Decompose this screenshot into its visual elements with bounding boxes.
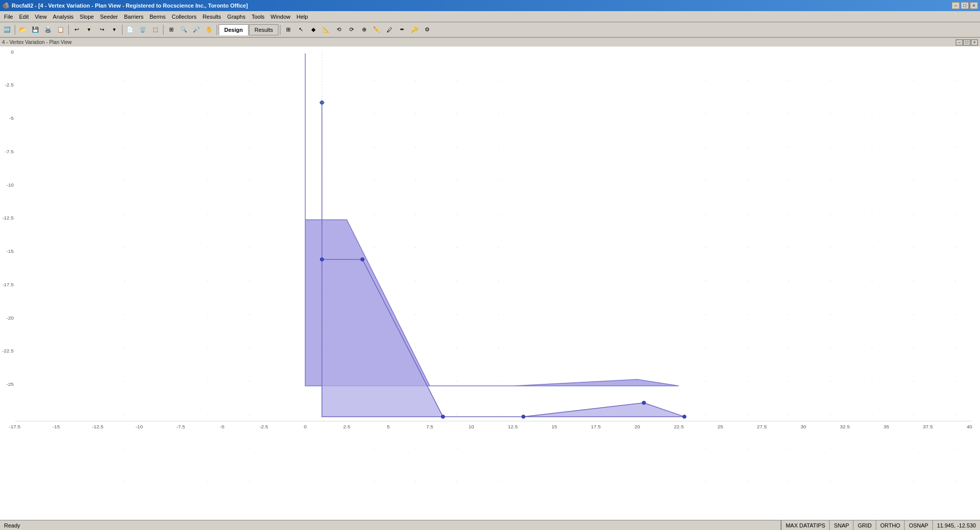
export-button[interactable]: 📋 [55,24,67,36]
svg-text:32.5: 32.5 [840,424,850,430]
menu-help[interactable]: Help [294,13,311,21]
tool7[interactable]: ⊕ [358,24,370,36]
svg-text:-2.5: -2.5 [5,82,14,88]
title-controls[interactable]: – □ × [952,2,978,9]
svg-text:-10: -10 [136,424,143,430]
svg-text:27.5: 27.5 [757,424,767,430]
svg-text:10: 10 [468,424,474,430]
menu-bar: File Edit View Analysis Slope Seeder Bar… [0,11,980,22]
title-text: Rocfall2 - [4 - Vertex Variation - Plan … [12,3,248,9]
zoom-in-button[interactable]: 🔍 [178,24,190,36]
grid-tool[interactable]: ⊞ [282,24,294,36]
status-ortho[interactable]: ORTHO [876,520,905,531]
select-button[interactable]: ⬚ [149,24,161,36]
menu-window[interactable]: Window [268,13,294,21]
svg-text:-17.5: -17.5 [2,282,14,287]
print-button[interactable]: 🖨️ [42,24,54,36]
svg-text:-12.5: -12.5 [92,424,104,430]
status-osnap[interactable]: OSNAP [904,520,932,531]
delete-button[interactable]: 🗑️ [137,24,149,36]
redo-button[interactable]: ↪ [96,24,108,36]
svg-text:35: 35 [883,424,889,430]
tab-design[interactable]: Design [219,24,249,35]
svg-text:-12.5: -12.5 [2,215,14,221]
cursor-tool[interactable]: ↖ [295,24,307,36]
svg-text:-15: -15 [7,248,14,254]
status-max-datatips[interactable]: MAX DATATIPS [781,520,829,531]
status-snap[interactable]: SNAP [829,520,853,531]
inner-title-bar: 4 - Vertex Variation - Plan View – □ × [0,37,980,47]
svg-text:25: 25 [717,424,723,430]
tool8[interactable]: ✏️ [371,24,383,36]
tab-results[interactable]: Results [249,24,279,35]
chart-svg: dots 0 -2.5 -5 -7.5 -10 [0,47,980,520]
svg-text:-25: -25 [7,381,14,387]
svg-text:0: 0 [11,49,14,55]
inner-maximize[interactable]: □ [963,39,970,46]
svg-text:-17.5: -17.5 [9,424,21,430]
vertex-tool[interactable]: ◆ [307,24,319,36]
svg-point-40 [361,257,364,261]
svg-point-42 [522,415,525,418]
tool11[interactable]: 🔑 [409,24,421,36]
inner-minimize[interactable]: – [956,39,963,46]
copy-button[interactable]: 📄 [124,24,136,36]
menu-barriers[interactable]: Barriers [121,13,147,21]
zoom-out-button[interactable]: 🔎 [190,24,202,36]
close-button[interactable]: × [970,2,978,9]
svg-text:-2.5: -2.5 [259,424,268,430]
svg-text:-5: -5 [220,424,225,430]
status-coordinates: 11.945, -12.530 [932,520,980,531]
svg-text:-20: -20 [7,315,14,321]
svg-text:22.5: 22.5 [674,424,684,430]
svg-text:40: 40 [966,424,972,430]
slope-tool[interactable]: 📐 [320,24,332,36]
svg-point-41 [441,415,445,418]
redo-drop-button[interactable]: ▾ [108,24,120,36]
menu-file[interactable]: File [1,13,16,21]
menu-results[interactable]: Results [199,13,224,21]
svg-text:37.5: 37.5 [923,424,933,430]
menu-edit[interactable]: Edit [16,13,32,21]
tool5[interactable]: ⟲ [333,24,345,36]
undo-drop-button[interactable]: ▾ [83,24,95,36]
maximize-button[interactable]: □ [961,2,969,9]
chart-container[interactable]: dots 0 -2.5 -5 -7.5 -10 [0,47,980,520]
chart-area: 4 - Vertex Variation - Plan View – □ × d… [0,37,980,520]
svg-text:-22.5: -22.5 [2,348,14,354]
svg-text:20: 20 [634,424,640,430]
svg-text:2.5: 2.5 [343,424,350,430]
inner-close[interactable]: × [971,39,978,46]
svg-text:12.5: 12.5 [508,424,518,430]
new-button[interactable]: 🆕 [1,24,13,36]
tool9[interactable]: 🖊 [383,24,395,36]
inner-controls[interactable]: – □ × [956,39,978,46]
tool10[interactable]: ✒ [396,24,408,36]
svg-text:-7.5: -7.5 [176,424,185,430]
pan-button[interactable]: ✋ [203,24,215,36]
menu-tools[interactable]: Tools [249,13,268,21]
toolbar: 🆕 📂 💾 🖨️ 📋 ↩ ▾ ↪ ▾ 📄 🗑️ ⬚ ⊞ 🔍 🔎 ✋ Design… [0,22,980,37]
menu-berms[interactable]: Berms [146,13,169,21]
menu-analysis[interactable]: Analysis [50,13,76,21]
menu-seeder[interactable]: Seeder [97,13,120,21]
tool6[interactable]: ⟳ [345,24,357,36]
svg-text:-10: -10 [7,182,14,188]
undo-button[interactable]: ↩ [70,24,83,36]
svg-text:15: 15 [551,424,557,430]
menu-view[interactable]: View [32,13,50,21]
open-button[interactable]: 📂 [17,24,29,36]
svg-point-44 [683,415,686,418]
minimize-button[interactable]: – [952,2,960,9]
svg-rect-2 [15,52,970,483]
status-grid[interactable]: GRID [853,520,876,531]
app-icon: 🪨 [2,2,10,9]
menu-collectors[interactable]: Collectors [169,13,199,21]
title-bar: 🪨 Rocfall2 - [4 - Vertex Variation - Pla… [0,0,980,11]
tool12[interactable]: ⚙ [421,24,433,36]
status-ready: Ready [0,522,781,528]
save-button[interactable]: 💾 [29,24,42,36]
menu-slope[interactable]: Slope [76,13,97,21]
fit-button[interactable]: ⊞ [165,24,177,36]
menu-graphs[interactable]: Graphs [224,13,249,21]
